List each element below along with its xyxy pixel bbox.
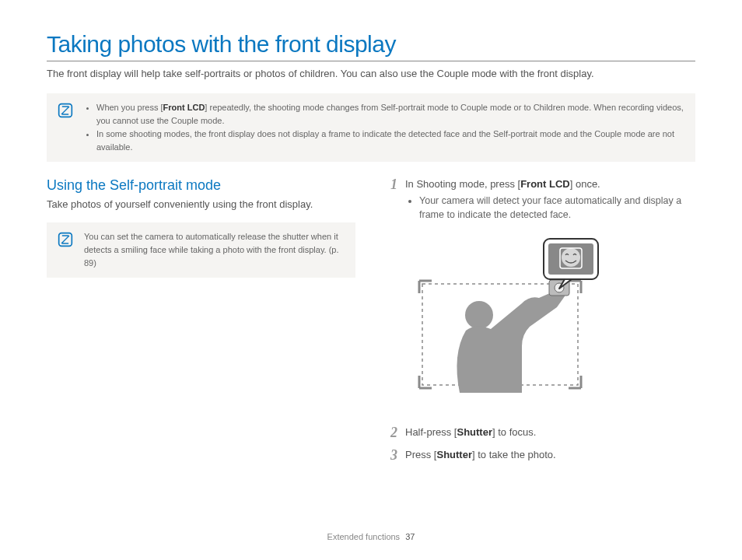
top-note-box: When you press [Front LCD] repeatedly, t… (47, 93, 695, 162)
step-body: Press [Shutter] to take the photo. (405, 448, 695, 462)
step-number: 2 (387, 425, 397, 439)
step-3: 3 Press [Shutter] to take the photo. (387, 448, 695, 462)
page-title: Taking photos with the front display (47, 31, 695, 61)
step-2: 2 Half-press [Shutter] to focus. (387, 425, 695, 439)
self-portrait-illustration (405, 237, 623, 408)
page-footer: Extended functions 37 (0, 532, 742, 541)
step-number: 3 (387, 448, 397, 462)
svg-point-8 (562, 248, 580, 267)
note-icon (58, 232, 73, 247)
top-note-list: When you press [Front LCD] repeatedly, t… (84, 101, 684, 154)
step-1: 1 In Shooting mode, press [Front LCD] on… (387, 177, 695, 222)
step-bullet: Your camera will detect your face automa… (419, 194, 695, 222)
top-note-item: When you press [Front LCD] repeatedly, t… (96, 101, 684, 128)
footer-section: Extended functions (327, 532, 401, 541)
step-body: In Shooting mode, press [Front LCD] once… (405, 177, 695, 222)
page-number: 37 (405, 532, 415, 541)
note-icon (58, 103, 73, 118)
left-note-text: You can set the camera to automatically … (84, 230, 345, 270)
section-heading: Using the Self-portrait mode (47, 177, 355, 194)
section-subtext: Take photos of yourself conveniently usi… (47, 198, 355, 210)
svg-point-3 (465, 301, 493, 329)
intro-text: The front display will help take self-po… (47, 68, 695, 79)
left-note-box: You can set the camera to automatically … (47, 222, 355, 278)
top-note-item: In some shooting modes, the front displa… (96, 128, 684, 154)
step-body: Half-press [Shutter] to focus. (405, 425, 695, 439)
step-number: 1 (387, 177, 397, 191)
right-column: 1 In Shooting mode, press [Front LCD] on… (387, 177, 695, 470)
left-column: Using the Self-portrait mode Take photos… (47, 177, 355, 470)
